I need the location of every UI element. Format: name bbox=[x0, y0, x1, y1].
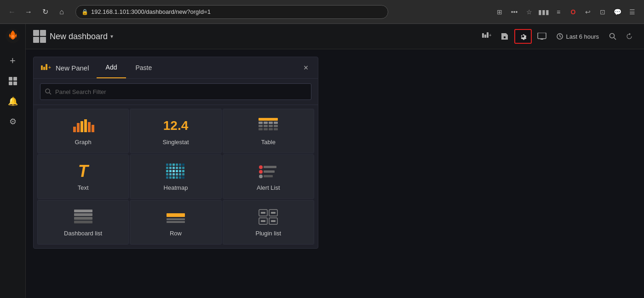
svg-rect-19 bbox=[43, 67, 45, 70]
search-button[interactable] bbox=[605, 29, 620, 44]
alertlist-panel-icon bbox=[257, 162, 279, 181]
app-container: + 🔔 ⚙ New dashboard ▾ bbox=[0, 24, 644, 298]
panel-item-pluginlist[interactable]: Plugin list bbox=[223, 200, 314, 245]
back-button[interactable]: ← bbox=[6, 6, 18, 18]
panel-item-text[interactable]: T Text bbox=[37, 154, 129, 199]
sidebar-settings-button[interactable]: ⚙ bbox=[4, 112, 22, 131]
main-content: New dashboard ▾ + bbox=[26, 24, 644, 298]
svg-rect-45 bbox=[172, 164, 175, 166]
add-panel-button[interactable]: + bbox=[478, 29, 495, 44]
sidebar-create-button[interactable]: + bbox=[4, 52, 22, 70]
extensions-button[interactable]: ▮▮▮ bbox=[537, 6, 550, 18]
svg-rect-47 bbox=[179, 164, 181, 166]
bookmark-button[interactable]: ☆ bbox=[523, 6, 535, 18]
panel-area: + New Panel Add Paste × bbox=[26, 49, 644, 298]
svg-rect-2 bbox=[9, 77, 12, 81]
sidebar-dashboards-button[interactable] bbox=[4, 72, 22, 90]
svg-rect-91 bbox=[271, 212, 276, 214]
settings-button[interactable] bbox=[514, 29, 532, 44]
svg-rect-6 bbox=[482, 33, 484, 38]
svg-rect-7 bbox=[484, 35, 486, 38]
popup-title-text: New Panel bbox=[56, 64, 89, 72]
panel-item-alertlist[interactable]: Alert List bbox=[223, 154, 314, 199]
search-icon bbox=[45, 88, 52, 95]
svg-rect-61 bbox=[166, 173, 168, 175]
cast-button[interactable]: ⊡ bbox=[596, 6, 609, 18]
svg-rect-52 bbox=[176, 167, 178, 169]
top-bar: New dashboard ▾ + bbox=[26, 24, 644, 49]
sidebar-alerts-button[interactable]: 🔔 bbox=[4, 92, 22, 111]
panel-item-graph[interactable]: Graph bbox=[37, 109, 129, 153]
panel-item-table[interactable]: Table bbox=[223, 109, 314, 153]
svg-text:+: + bbox=[48, 65, 51, 70]
svg-rect-27 bbox=[84, 119, 87, 132]
search-input-wrapper bbox=[40, 83, 311, 100]
svg-point-75 bbox=[259, 170, 263, 174]
tv-mode-button[interactable] bbox=[534, 29, 550, 44]
panel-item-singlestat[interactable]: 12.4 Singlestat bbox=[130, 109, 221, 153]
panel-item-dashboardlist[interactable]: Dashboard list bbox=[37, 200, 129, 245]
svg-point-73 bbox=[259, 165, 263, 169]
panel-item-heatmap[interactable]: Heatmap bbox=[130, 154, 221, 199]
svg-rect-50 bbox=[169, 167, 172, 169]
svg-rect-35 bbox=[259, 125, 263, 127]
singlestat-label: Singlestat bbox=[162, 139, 189, 146]
singlestat-panel-icon: 12.4 bbox=[165, 117, 187, 135]
menu-button[interactable]: ☰ bbox=[626, 6, 638, 18]
svg-rect-70 bbox=[176, 176, 178, 179]
dashboard-icon bbox=[33, 30, 46, 43]
new-panel-popup: + New Panel Add Paste × bbox=[33, 57, 318, 249]
svg-rect-66 bbox=[182, 173, 184, 175]
svg-rect-42 bbox=[274, 128, 278, 130]
popup-close-button[interactable]: × bbox=[299, 61, 312, 74]
svg-rect-49 bbox=[166, 167, 168, 169]
chat-button[interactable]: 💬 bbox=[611, 6, 624, 18]
tab-paste[interactable]: Paste bbox=[126, 57, 161, 78]
svg-rect-78 bbox=[264, 175, 273, 177]
opera-button[interactable]: O bbox=[567, 6, 580, 18]
svg-rect-92 bbox=[261, 220, 265, 222]
svg-rect-84 bbox=[167, 218, 185, 220]
svg-rect-59 bbox=[179, 170, 181, 172]
time-range-picker[interactable]: Last 6 hours bbox=[552, 29, 604, 44]
grafana-logo[interactable] bbox=[5, 28, 21, 44]
svg-rect-44 bbox=[169, 164, 172, 166]
svg-rect-24 bbox=[73, 127, 76, 132]
refresh-button[interactable] bbox=[622, 29, 637, 44]
svg-point-22 bbox=[46, 89, 50, 93]
security-icon: 🔒 bbox=[81, 9, 88, 15]
more-button[interactable]: ••• bbox=[508, 6, 521, 18]
reader-button[interactable]: ≡ bbox=[552, 6, 565, 18]
panel-search-input[interactable] bbox=[55, 88, 306, 95]
svg-rect-46 bbox=[176, 164, 178, 166]
svg-rect-81 bbox=[74, 217, 92, 220]
svg-rect-51 bbox=[172, 167, 175, 169]
svg-rect-60 bbox=[182, 170, 184, 172]
text-panel-icon: T bbox=[72, 162, 94, 181]
address-bar[interactable]: 🔒 192.168.1.101:3000/dashboard/new?orgId… bbox=[75, 5, 388, 19]
tab-add[interactable]: Add bbox=[97, 57, 126, 78]
row-label: Row bbox=[170, 230, 182, 237]
qr-icon-button[interactable]: ⊞ bbox=[493, 6, 506, 18]
reload-button[interactable]: ↻ bbox=[39, 6, 52, 18]
dashboardlist-label: Dashboard list bbox=[64, 230, 102, 237]
svg-rect-79 bbox=[74, 210, 92, 212]
panel-item-row[interactable]: Row bbox=[130, 200, 221, 245]
svg-rect-48 bbox=[182, 164, 184, 166]
svg-rect-63 bbox=[172, 173, 175, 175]
svg-rect-55 bbox=[166, 170, 168, 172]
svg-rect-69 bbox=[172, 176, 175, 179]
heatmap-label: Heatmap bbox=[164, 184, 188, 191]
svg-rect-40 bbox=[264, 128, 268, 130]
forward-button[interactable]: → bbox=[22, 6, 35, 18]
undo-button[interactable]: ↩ bbox=[581, 6, 594, 18]
svg-rect-80 bbox=[74, 213, 92, 216]
svg-rect-65 bbox=[179, 173, 181, 175]
url-text: 192.168.1.101:3000/dashboard/new?orgId=1 bbox=[91, 8, 211, 15]
svg-rect-29 bbox=[92, 125, 94, 132]
home-button[interactable]: ⌂ bbox=[55, 6, 68, 18]
save-dashboard-button[interactable] bbox=[497, 29, 512, 44]
panel-grid: Graph 12.4 Singlestat bbox=[34, 105, 318, 248]
browser-chrome: ← → ↻ ⌂ 🔒 192.168.1.101:3000/dashboard/n… bbox=[0, 0, 644, 24]
svg-rect-64 bbox=[176, 173, 178, 175]
